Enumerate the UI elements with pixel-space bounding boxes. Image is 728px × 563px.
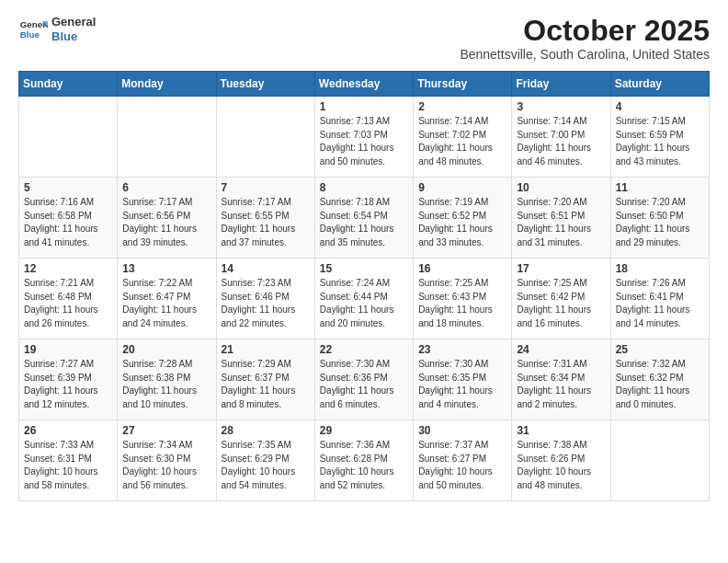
day-number: 30 bbox=[418, 424, 506, 437]
header-day-tuesday: Tuesday bbox=[216, 72, 314, 97]
calendar-cell: 24Sunrise: 7:31 AM Sunset: 6:34 PM Dayli… bbox=[512, 339, 610, 420]
calendar-body: 1Sunrise: 7:13 AM Sunset: 7:03 PM Daylig… bbox=[19, 97, 710, 501]
page-container: General Blue General Blue October 2025 B… bbox=[0, 0, 728, 520]
day-number: 19 bbox=[24, 343, 112, 356]
week-row-2: 12Sunrise: 7:21 AM Sunset: 6:48 PM Dayli… bbox=[19, 259, 710, 339]
day-content: Sunrise: 7:15 AM Sunset: 6:59 PM Dayligh… bbox=[616, 115, 704, 168]
logo-general: General bbox=[51, 15, 96, 29]
day-number: 10 bbox=[517, 181, 605, 194]
day-number: 26 bbox=[24, 424, 112, 437]
day-number: 15 bbox=[320, 262, 408, 275]
day-content: Sunrise: 7:17 AM Sunset: 6:56 PM Dayligh… bbox=[122, 196, 210, 249]
logo-blue: Blue bbox=[51, 29, 96, 44]
header-day-saturday: Saturday bbox=[610, 72, 709, 97]
day-number: 29 bbox=[320, 424, 408, 437]
calendar-cell: 10Sunrise: 7:20 AM Sunset: 6:51 PM Dayli… bbox=[512, 178, 610, 259]
calendar-cell: 17Sunrise: 7:25 AM Sunset: 6:42 PM Dayli… bbox=[512, 259, 610, 339]
week-row-3: 19Sunrise: 7:27 AM Sunset: 6:39 PM Dayli… bbox=[19, 339, 710, 420]
day-content: Sunrise: 7:25 AM Sunset: 6:42 PM Dayligh… bbox=[517, 277, 605, 330]
day-number: 27 bbox=[122, 424, 210, 437]
calendar-cell: 7Sunrise: 7:17 AM Sunset: 6:55 PM Daylig… bbox=[216, 178, 314, 259]
day-content: Sunrise: 7:34 AM Sunset: 6:30 PM Dayligh… bbox=[122, 439, 210, 492]
day-content: Sunrise: 7:14 AM Sunset: 7:02 PM Dayligh… bbox=[418, 115, 506, 168]
day-number: 9 bbox=[418, 181, 506, 194]
day-content: Sunrise: 7:23 AM Sunset: 6:46 PM Dayligh… bbox=[222, 277, 310, 330]
day-number: 21 bbox=[222, 343, 310, 356]
day-content: Sunrise: 7:26 AM Sunset: 6:41 PM Dayligh… bbox=[616, 277, 704, 330]
day-content: Sunrise: 7:31 AM Sunset: 6:34 PM Dayligh… bbox=[517, 358, 605, 411]
calendar-cell: 21Sunrise: 7:29 AM Sunset: 6:37 PM Dayli… bbox=[216, 339, 314, 420]
calendar-cell: 12Sunrise: 7:21 AM Sunset: 6:48 PM Dayli… bbox=[19, 259, 118, 339]
day-content: Sunrise: 7:27 AM Sunset: 6:39 PM Dayligh… bbox=[24, 358, 112, 411]
day-number: 28 bbox=[222, 424, 310, 437]
calendar-cell: 29Sunrise: 7:36 AM Sunset: 6:28 PM Dayli… bbox=[314, 420, 413, 501]
calendar-cell: 2Sunrise: 7:14 AM Sunset: 7:02 PM Daylig… bbox=[414, 97, 512, 178]
day-number: 6 bbox=[122, 181, 210, 194]
day-content: Sunrise: 7:14 AM Sunset: 7:00 PM Dayligh… bbox=[517, 115, 605, 168]
day-content: Sunrise: 7:21 AM Sunset: 6:48 PM Dayligh… bbox=[24, 277, 112, 330]
day-content: Sunrise: 7:13 AM Sunset: 7:03 PM Dayligh… bbox=[320, 115, 408, 168]
week-row-1: 5Sunrise: 7:16 AM Sunset: 6:58 PM Daylig… bbox=[19, 178, 710, 259]
title-section: October 2025 Bennettsville, South Caroli… bbox=[460, 15, 710, 62]
calendar-cell: 18Sunrise: 7:26 AM Sunset: 6:41 PM Dayli… bbox=[610, 259, 709, 339]
day-content: Sunrise: 7:20 AM Sunset: 6:51 PM Dayligh… bbox=[517, 196, 605, 249]
calendar-cell bbox=[118, 97, 216, 178]
day-content: Sunrise: 7:38 AM Sunset: 6:26 PM Dayligh… bbox=[517, 439, 605, 492]
day-content: Sunrise: 7:18 AM Sunset: 6:54 PM Dayligh… bbox=[320, 196, 408, 249]
calendar-cell: 13Sunrise: 7:22 AM Sunset: 6:47 PM Dayli… bbox=[118, 259, 216, 339]
svg-text:Blue: Blue bbox=[20, 29, 40, 40]
calendar-header: SundayMondayTuesdayWednesdayThursdayFrid… bbox=[19, 72, 710, 97]
day-number: 18 bbox=[616, 262, 704, 275]
calendar-cell bbox=[19, 97, 118, 178]
calendar-cell: 30Sunrise: 7:37 AM Sunset: 6:27 PM Dayli… bbox=[414, 420, 512, 501]
page-header: General Blue General Blue October 2025 B… bbox=[18, 15, 710, 62]
calendar-cell bbox=[610, 420, 709, 501]
day-content: Sunrise: 7:32 AM Sunset: 6:32 PM Dayligh… bbox=[616, 358, 704, 411]
day-number: 16 bbox=[418, 262, 506, 275]
calendar-cell: 9Sunrise: 7:19 AM Sunset: 6:52 PM Daylig… bbox=[414, 178, 512, 259]
day-number: 31 bbox=[517, 424, 605, 437]
calendar-cell: 5Sunrise: 7:16 AM Sunset: 6:58 PM Daylig… bbox=[19, 178, 118, 259]
day-content: Sunrise: 7:35 AM Sunset: 6:29 PM Dayligh… bbox=[222, 439, 310, 492]
day-content: Sunrise: 7:30 AM Sunset: 6:35 PM Dayligh… bbox=[418, 358, 506, 411]
day-number: 1 bbox=[320, 100, 408, 113]
day-content: Sunrise: 7:20 AM Sunset: 6:50 PM Dayligh… bbox=[616, 196, 704, 249]
calendar-table: SundayMondayTuesdayWednesdayThursdayFrid… bbox=[18, 71, 710, 501]
calendar-cell: 6Sunrise: 7:17 AM Sunset: 6:56 PM Daylig… bbox=[118, 178, 216, 259]
calendar-cell: 28Sunrise: 7:35 AM Sunset: 6:29 PM Dayli… bbox=[216, 420, 314, 501]
calendar-cell: 1Sunrise: 7:13 AM Sunset: 7:03 PM Daylig… bbox=[314, 97, 413, 178]
header-day-sunday: Sunday bbox=[19, 72, 118, 97]
day-content: Sunrise: 7:33 AM Sunset: 6:31 PM Dayligh… bbox=[24, 439, 112, 492]
calendar-cell: 26Sunrise: 7:33 AM Sunset: 6:31 PM Dayli… bbox=[19, 420, 118, 501]
header-row: SundayMondayTuesdayWednesdayThursdayFrid… bbox=[19, 72, 710, 97]
day-content: Sunrise: 7:22 AM Sunset: 6:47 PM Dayligh… bbox=[122, 277, 210, 330]
day-number: 25 bbox=[616, 343, 704, 356]
day-number: 12 bbox=[24, 262, 112, 275]
day-number: 14 bbox=[222, 262, 310, 275]
day-number: 13 bbox=[122, 262, 210, 275]
week-row-0: 1Sunrise: 7:13 AM Sunset: 7:03 PM Daylig… bbox=[19, 97, 710, 178]
calendar-cell: 27Sunrise: 7:34 AM Sunset: 6:30 PM Dayli… bbox=[118, 420, 216, 501]
calendar-cell: 23Sunrise: 7:30 AM Sunset: 6:35 PM Dayli… bbox=[414, 339, 512, 420]
calendar-cell: 16Sunrise: 7:25 AM Sunset: 6:43 PM Dayli… bbox=[414, 259, 512, 339]
day-number: 8 bbox=[320, 181, 408, 194]
day-content: Sunrise: 7:24 AM Sunset: 6:44 PM Dayligh… bbox=[320, 277, 408, 330]
header-day-monday: Monday bbox=[118, 72, 216, 97]
day-content: Sunrise: 7:30 AM Sunset: 6:36 PM Dayligh… bbox=[320, 358, 408, 411]
calendar-cell: 20Sunrise: 7:28 AM Sunset: 6:38 PM Dayli… bbox=[118, 339, 216, 420]
calendar-cell: 11Sunrise: 7:20 AM Sunset: 6:50 PM Dayli… bbox=[610, 178, 709, 259]
logo-icon: General Blue bbox=[18, 15, 48, 44]
header-day-thursday: Thursday bbox=[414, 72, 512, 97]
month-title: October 2025 bbox=[460, 15, 710, 47]
day-content: Sunrise: 7:37 AM Sunset: 6:27 PM Dayligh… bbox=[418, 439, 506, 492]
day-number: 2 bbox=[418, 100, 506, 113]
header-day-wednesday: Wednesday bbox=[314, 72, 413, 97]
day-number: 23 bbox=[418, 343, 506, 356]
week-row-4: 26Sunrise: 7:33 AM Sunset: 6:31 PM Dayli… bbox=[19, 420, 710, 501]
calendar-cell bbox=[216, 97, 314, 178]
calendar-cell: 25Sunrise: 7:32 AM Sunset: 6:32 PM Dayli… bbox=[610, 339, 709, 420]
day-content: Sunrise: 7:28 AM Sunset: 6:38 PM Dayligh… bbox=[122, 358, 210, 411]
calendar-cell: 31Sunrise: 7:38 AM Sunset: 6:26 PM Dayli… bbox=[512, 420, 610, 501]
calendar-cell: 8Sunrise: 7:18 AM Sunset: 6:54 PM Daylig… bbox=[314, 178, 413, 259]
location: Bennettsville, South Carolina, United St… bbox=[460, 47, 710, 62]
